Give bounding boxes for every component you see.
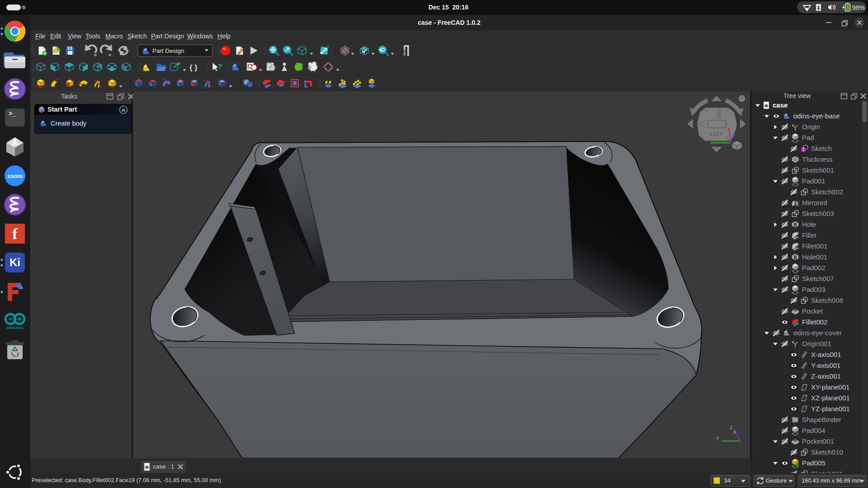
- svg-text:Sketch003: Sketch003: [802, 210, 834, 217]
- svg-text:Z-axis001: Z-axis001: [811, 372, 841, 380]
- svg-text:Hole001: Hole001: [802, 253, 827, 261]
- svg-text:Pad004: Pad004: [802, 427, 826, 434]
- svg-text:Pad002: Pad002: [802, 264, 826, 272]
- svg-text:98%: 98%: [852, 4, 865, 11]
- svg-text:Mirrored: Mirrored: [802, 199, 827, 206]
- svg-text:odins-eye-base: odins-eye-base: [793, 112, 840, 120]
- svg-text:Origin: Origin: [802, 123, 820, 131]
- svg-text:Sketch002: Sketch002: [811, 188, 843, 196]
- svg-text:XY-plane001: XY-plane001: [811, 383, 849, 391]
- svg-text:ARDUINO: ARDUINO: [6, 326, 23, 330]
- svg-text:Hole: Hole: [802, 221, 816, 228]
- svg-text:Part Design: Part Design: [152, 47, 184, 54]
- svg-text:>_: >_: [9, 110, 16, 117]
- svg-text:X: X: [733, 430, 736, 435]
- svg-text:Sketch008: Sketch008: [811, 296, 843, 304]
- svg-text:Y: Y: [716, 436, 719, 441]
- svg-text:Pad003: Pad003: [802, 286, 826, 293]
- svg-text:Pad001: Pad001: [802, 177, 826, 185]
- svg-text:Pad005: Pad005: [802, 459, 826, 467]
- svg-text:Sketch010: Sketch010: [811, 448, 843, 456]
- svg-text:Y-axis001: Y-axis001: [811, 361, 840, 369]
- svg-text:Ki: Ki: [9, 256, 20, 268]
- svg-text:LEFT: LEFT: [710, 131, 723, 137]
- svg-text:Thickness: Thickness: [802, 155, 833, 163]
- svg-text:Sketch: Sketch: [811, 145, 832, 152]
- svg-text:odins-eye-cover: odins-eye-cover: [793, 329, 842, 337]
- svg-text:ShapeBinder: ShapeBinder: [802, 416, 841, 423]
- svg-text:{ }: { }: [189, 63, 198, 72]
- svg-text:Sketch011: Sketch011: [811, 470, 843, 473]
- svg-text:case: case: [773, 101, 788, 109]
- svg-text:YZ-plane001: YZ-plane001: [811, 405, 850, 413]
- svg-text:Origin001: Origin001: [802, 340, 831, 347]
- svg-text:Pocket: Pocket: [802, 307, 823, 315]
- svg-text:Pocket001: Pocket001: [802, 437, 834, 445]
- svg-text:Fillet: Fillet: [802, 231, 817, 239]
- svg-text:Pad: Pad: [802, 134, 814, 141]
- svg-text:zoom: zoom: [7, 173, 23, 179]
- svg-text:Z: Z: [730, 425, 732, 430]
- svg-text:Sketch007: Sketch007: [802, 275, 834, 282]
- svg-text:Fillet002: Fillet002: [802, 318, 828, 326]
- svg-text:Tree view: Tree view: [783, 92, 811, 99]
- svg-text:TOP: TOP: [716, 108, 722, 118]
- svg-text:?: ?: [218, 62, 222, 70]
- svg-text:X-axis001: X-axis001: [811, 351, 841, 358]
- svg-text:XZ-plane001: XZ-plane001: [811, 394, 850, 402]
- svg-text:Fillet001: Fillet001: [802, 242, 828, 250]
- svg-text:f: f: [12, 225, 18, 242]
- svg-text:Sketch001: Sketch001: [802, 166, 834, 174]
